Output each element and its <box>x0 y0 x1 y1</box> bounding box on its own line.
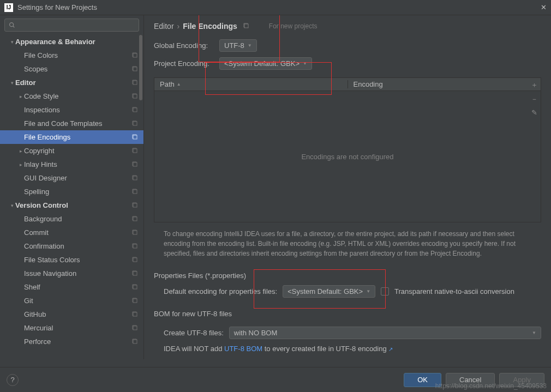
copy-icon[interactable] <box>131 338 139 346</box>
sidebar-item-background[interactable]: Background <box>0 212 143 226</box>
project-encoding-dropdown[interactable]: <System Default: GBK> ▼ <box>219 57 312 70</box>
sidebar-item-label: Commit <box>24 228 131 237</box>
titlebar: IJ Settings for New Projects ✕ <box>0 0 551 15</box>
sidebar-item-label: Appearance & Behavior <box>15 38 139 46</box>
sidebar-item-shelf[interactable]: Shelf <box>0 280 143 294</box>
sidebar-item-appearance-behavior[interactable]: ▾Appearance & Behavior <box>0 35 143 49</box>
svg-rect-4 <box>133 81 137 85</box>
encoding-help-text: To change encoding IntelliJ IDEA uses fo… <box>164 229 541 258</box>
svg-rect-21 <box>133 312 137 316</box>
copy-icon[interactable] <box>131 202 139 209</box>
copy-icon[interactable] <box>131 256 139 264</box>
copy-icon[interactable] <box>131 93 139 100</box>
svg-rect-6 <box>133 108 137 112</box>
remove-icon[interactable]: － <box>531 94 538 104</box>
sidebar-item-code-style[interactable]: ▸Code Style <box>0 89 143 103</box>
sidebar-item-editor[interactable]: ▾Editor <box>0 76 143 89</box>
svg-rect-10 <box>133 162 137 166</box>
copy-icon[interactable] <box>131 284 139 291</box>
table-col-path[interactable]: Path ▲ <box>154 80 348 88</box>
svg-rect-7 <box>133 122 137 125</box>
sidebar-item-gui-designer[interactable]: GUI Designer <box>0 171 143 185</box>
properties-encoding-dropdown[interactable]: <System Default: GBK> ▼ <box>283 285 375 298</box>
svg-rect-23 <box>133 340 137 343</box>
copy-icon[interactable] <box>131 324 139 332</box>
tree-arrow-icon: ▸ <box>17 94 24 99</box>
utf8-bom-link[interactable]: UTF-8 BOM <box>224 345 262 353</box>
transparent-ascii-checkbox[interactable] <box>381 287 389 295</box>
svg-rect-13 <box>133 203 137 207</box>
search-icon <box>8 21 16 29</box>
sidebar-item-file-colors[interactable]: File Colors <box>0 49 143 62</box>
properties-encoding-value: <System Default: GBK> <box>288 287 363 295</box>
tree-arrow-icon: ▾ <box>9 203 15 208</box>
transparent-ascii-label[interactable]: Transparent native-to-ascii conversion <box>394 287 514 295</box>
sidebar-item-spelling[interactable]: Spelling <box>0 185 143 198</box>
project-encoding-label: Project Encoding: <box>154 59 214 68</box>
sidebar-item-inspections[interactable]: Inspections <box>0 103 143 117</box>
external-link-icon: ↗ <box>388 346 393 352</box>
svg-rect-12 <box>133 190 137 194</box>
bom-info-text-2: to every created file in UTF-8 encoding <box>262 345 388 353</box>
breadcrumb-parent[interactable]: Editor <box>154 22 174 31</box>
copy-icon[interactable] <box>131 243 139 250</box>
table-col-encoding[interactable]: Encoding <box>348 80 541 88</box>
copy-icon[interactable] <box>131 174 139 182</box>
app-logo: IJ <box>4 3 13 12</box>
close-icon[interactable]: ✕ <box>541 3 547 11</box>
sidebar-item-file-and-code-templates[interactable]: File and Code Templates <box>0 117 143 130</box>
copy-icon[interactable] <box>243 22 249 31</box>
add-icon[interactable]: ＋ <box>531 80 538 90</box>
sidebar-item-file-status-colors[interactable]: File Status Colors <box>0 253 143 267</box>
copy-icon[interactable] <box>131 270 139 278</box>
copy-icon[interactable] <box>131 215 139 223</box>
svg-point-0 <box>10 23 14 27</box>
sidebar-item-version-control[interactable]: ▾Version Control <box>0 198 143 212</box>
bom-label: Create UTF-8 files: <box>164 329 224 337</box>
copy-icon[interactable] <box>131 311 139 318</box>
table-empty-text: Encodings are not configured <box>154 91 541 222</box>
svg-rect-19 <box>133 285 137 289</box>
global-encoding-dropdown[interactable]: UTF-8 ▼ <box>219 39 257 52</box>
copy-icon[interactable] <box>131 188 139 196</box>
sidebar-item-inlay-hints[interactable]: ▸Inlay Hints <box>0 158 143 171</box>
svg-rect-5 <box>133 94 137 98</box>
sidebar-item-issue-navigation[interactable]: Issue Navigation <box>0 267 143 280</box>
sidebar-item-label: Perforce <box>24 337 131 346</box>
svg-rect-17 <box>133 258 137 262</box>
chevron-down-icon: ▼ <box>248 43 252 48</box>
sidebar-item-commit[interactable]: Commit <box>0 226 143 239</box>
sidebar-item-github[interactable]: GitHub <box>0 307 143 321</box>
copy-icon[interactable] <box>131 297 139 305</box>
copy-icon[interactable] <box>131 79 139 87</box>
sidebar-item-mercurial[interactable]: Mercurial <box>0 321 143 335</box>
sidebar-item-label: Editor <box>15 79 131 87</box>
sidebar-item-git[interactable]: Git <box>0 294 143 307</box>
svg-rect-16 <box>133 244 137 248</box>
sidebar-item-confirmation[interactable]: Confirmation <box>0 239 143 253</box>
svg-rect-3 <box>133 67 137 71</box>
sidebar-item-file-encodings[interactable]: File Encodings <box>0 130 143 144</box>
copy-icon[interactable] <box>131 120 139 128</box>
bom-section-title: BOM for new UTF-8 files <box>154 310 541 318</box>
svg-rect-8 <box>133 135 137 139</box>
copy-icon[interactable] <box>131 229 139 237</box>
breadcrumb-current: File Encodings <box>183 22 237 31</box>
global-encoding-label: Global Encoding: <box>154 41 214 50</box>
sidebar-item-copyright[interactable]: ▸Copyright <box>0 144 143 158</box>
sidebar-item-perforce[interactable]: Perforce <box>0 335 143 348</box>
copy-icon[interactable] <box>131 106 139 114</box>
copy-icon[interactable] <box>131 147 139 155</box>
edit-icon[interactable]: ✎ <box>531 108 537 117</box>
svg-rect-9 <box>133 149 137 153</box>
sidebar-item-scopes[interactable]: Scopes <box>0 62 143 76</box>
copy-icon[interactable] <box>131 161 139 168</box>
help-icon[interactable]: ? <box>7 374 19 386</box>
copy-icon[interactable] <box>131 52 139 59</box>
copy-icon[interactable] <box>131 134 139 141</box>
bom-dropdown[interactable]: with NO BOM ▼ <box>229 327 541 339</box>
copy-icon[interactable] <box>131 65 139 73</box>
breadcrumb-meta: For new projects <box>269 22 318 30</box>
search-input[interactable] <box>4 19 139 32</box>
sidebar-item-label: Copyright <box>24 147 131 155</box>
